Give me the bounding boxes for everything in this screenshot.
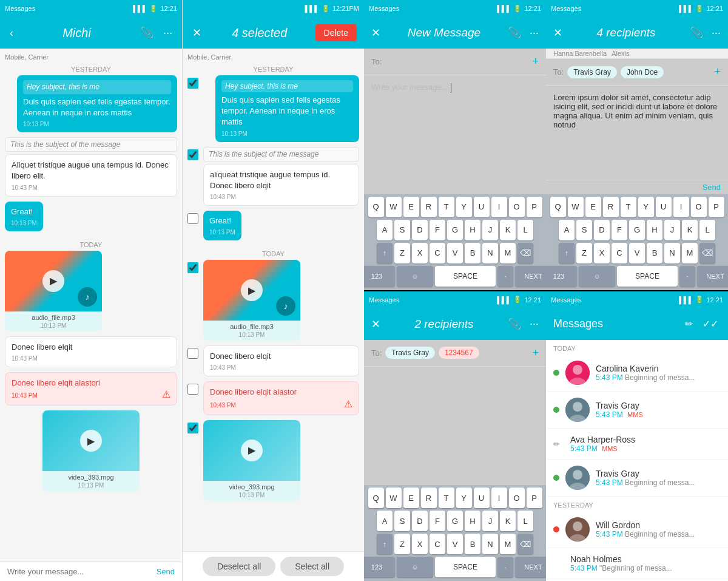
key-U[interactable]: U [474, 197, 490, 217]
key-L[interactable]: L [517, 220, 533, 240]
clip-icon-1[interactable]: 📎 [138, 24, 156, 42]
key-E[interactable]: E [403, 197, 419, 217]
list-item-travis2[interactable]: Travis Gray 5:43 PM Beginning of messa..… [546, 460, 728, 497]
key-W-b[interactable]: W [386, 488, 402, 508]
key-backspace-b[interactable]: ⌫ [517, 534, 533, 554]
key-backspace-c[interactable]: ⌫ [699, 243, 715, 263]
key-Y-b[interactable]: Y [456, 488, 472, 508]
key-space-b[interactable]: SPACE [435, 557, 496, 577]
key-A[interactable]: A [377, 220, 393, 240]
key-W-c[interactable]: W [568, 197, 584, 217]
key-123-c[interactable]: 123 [546, 266, 577, 287]
send-button-4a[interactable]: Send [703, 183, 721, 192]
key-K-c[interactable]: K [682, 220, 698, 240]
key-N-b[interactable]: N [482, 534, 498, 554]
key-J-c[interactable]: J [664, 220, 680, 240]
clip-icon-3b[interactable]: 📎 [505, 315, 524, 333]
key-L-c[interactable]: L [699, 220, 715, 240]
key-G[interactable]: G [447, 220, 463, 240]
close-icon-3b[interactable]: ✕ [369, 315, 383, 333]
to-plus-2recip[interactable]: + [532, 347, 539, 359]
play-btn-video-1[interactable]: ▶ [80, 430, 102, 452]
key-A-b[interactable]: A [377, 511, 393, 531]
key-Y-c[interactable]: Y [638, 197, 654, 217]
more-icon-1[interactable]: ··· [161, 24, 175, 42]
key-Q[interactable]: Q [368, 197, 384, 217]
checkbox-5[interactable] [187, 348, 198, 361]
key-Y[interactable]: Y [456, 197, 472, 217]
key-U-c[interactable]: U [656, 197, 672, 217]
key-next[interactable]: NEXT [515, 266, 546, 287]
play-btn-audio-1[interactable]: ▶ [42, 270, 64, 292]
key-H-c[interactable]: H [647, 220, 662, 240]
to-plus-new[interactable]: + [532, 55, 539, 68]
key-P[interactable]: P [527, 197, 542, 217]
key-123-b[interactable]: 123 [364, 557, 395, 577]
key-space[interactable]: SPACE [435, 266, 496, 287]
key-X-b[interactable]: X [412, 534, 428, 554]
key-C[interactable]: C [430, 243, 445, 263]
more-icon-3b[interactable]: ··· [527, 315, 541, 333]
key-Z[interactable]: Z [394, 243, 410, 263]
to-plus-4recip[interactable]: + [714, 66, 721, 78]
key-N[interactable]: N [482, 243, 498, 263]
key-shift[interactable]: ↑ [377, 243, 393, 263]
close-icon-2[interactable]: ✕ [190, 24, 204, 42]
key-K-b[interactable]: K [500, 511, 516, 531]
checkbox-1[interactable] [187, 78, 198, 91]
key-emoji-b[interactable]: ☺ [397, 557, 433, 577]
key-Z-c[interactable]: Z [576, 243, 592, 263]
key-I-c[interactable]: I [673, 197, 689, 217]
key-backspace[interactable]: ⌫ [517, 243, 533, 263]
key-Q-c[interactable]: Q [550, 197, 566, 217]
key-shift-b[interactable]: ↑ [377, 534, 393, 554]
key-F[interactable]: F [430, 220, 445, 240]
key-emoji[interactable]: ☺ [397, 266, 433, 287]
key-X[interactable]: X [412, 243, 428, 263]
key-Z-b[interactable]: Z [394, 534, 410, 554]
key-D-c[interactable]: D [594, 220, 610, 240]
key-T-b[interactable]: T [439, 488, 454, 508]
key-emoji-c[interactable]: ☺ [579, 266, 615, 287]
checkmarks-icon[interactable]: ✓✓ [700, 316, 721, 332]
checkbox-6[interactable] [187, 384, 198, 397]
key-K[interactable]: K [500, 220, 516, 240]
key-P-c[interactable]: P [709, 197, 724, 217]
delete-button[interactable]: Delete [315, 24, 357, 41]
checkbox-3[interactable] [187, 213, 198, 226]
key-H-b[interactable]: H [465, 511, 480, 531]
more-icon-4a[interactable]: ··· [709, 24, 723, 42]
key-C-c[interactable]: C [612, 243, 627, 263]
key-T-c[interactable]: T [621, 197, 636, 217]
select-all-button[interactable]: Select all [280, 557, 344, 576]
key-E-b[interactable]: E [403, 488, 419, 508]
checkbox-7[interactable] [187, 423, 198, 436]
key-W[interactable]: W [386, 197, 402, 217]
key-F-b[interactable]: F [430, 511, 445, 531]
key-F-c[interactable]: F [612, 220, 627, 240]
key-L-b[interactable]: L [517, 511, 533, 531]
key-next-c[interactable]: NEXT [697, 266, 728, 287]
key-B[interactable]: B [465, 243, 480, 263]
key-dot-c[interactable]: · [679, 266, 695, 287]
key-J[interactable]: J [482, 220, 498, 240]
send-button-1[interactable]: Send [157, 567, 175, 576]
clip-icon-3[interactable]: 📎 [505, 24, 524, 42]
key-dot-b[interactable]: · [497, 557, 513, 577]
key-G-c[interactable]: G [629, 220, 645, 240]
key-M-c[interactable]: M [682, 243, 698, 263]
key-I-b[interactable]: I [491, 488, 507, 508]
key-B-b[interactable]: B [465, 534, 480, 554]
key-A-c[interactable]: A [559, 220, 575, 240]
back-icon[interactable]: ‹ [7, 24, 16, 42]
clip-icon-4a[interactable]: 📎 [687, 24, 706, 42]
key-S-c[interactable]: S [576, 220, 592, 240]
key-M-b[interactable]: M [500, 534, 516, 554]
key-V-b[interactable]: V [447, 534, 463, 554]
key-D[interactable]: D [412, 220, 428, 240]
close-icon-3[interactable]: ✕ [369, 24, 383, 42]
key-V-c[interactable]: V [629, 243, 645, 263]
compose-area-4recip[interactable]: Lorem ipsum dolor sit amet, consectetur … [546, 86, 728, 180]
key-R-c[interactable]: R [603, 197, 619, 217]
checkbox-2[interactable] [187, 149, 198, 163]
